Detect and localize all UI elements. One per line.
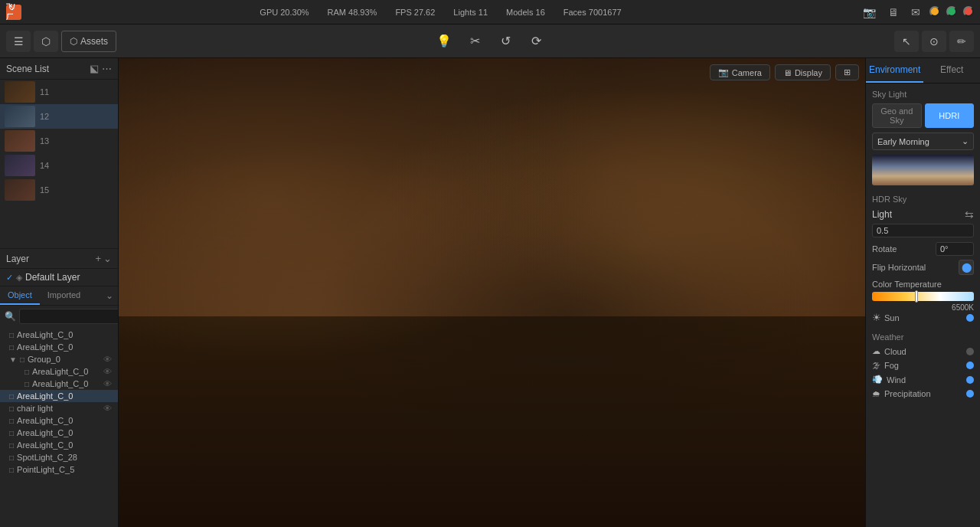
tab-environment[interactable]: Environment [866,58,923,83]
light-tool-button[interactable]: 💡 [432,31,456,52]
geo-sky-button[interactable]: Geo and Sky [872,103,922,128]
list-item[interactable]: □ AreaLight_C_0 👁 [0,378,118,390]
thumb-number: 13 [40,136,49,146]
sky-preset-select[interactable]: Early Morning ⌄ [872,133,974,150]
precipitation-toggle-dot[interactable] [966,390,974,398]
right-panel-tabs: Environment Effect [866,58,980,83]
right-panel: Environment Effect Sky Light Geo and Sky… [865,58,980,527]
sun-toggle-dot[interactable] [966,314,974,322]
object-tabs: Object Imported ⌄ [0,286,118,306]
camera-icon: 📷 [718,67,729,77]
main-layout: Scene List ⬕ ⋯ 11 12 13 14 [0,58,980,527]
viewport-mode-button[interactable]: ⊞ [835,64,859,80]
fog-toggle-dot[interactable] [966,362,974,369]
obj-tab-collapse[interactable]: ⌄ [101,286,118,305]
scene-thumb-item[interactable]: 14 [0,153,118,178]
cloud-label: Cloud [884,347,906,356]
obj-item-label: AreaLight_C_0 [17,391,73,401]
obj-cube-icon: □ [24,380,29,388]
layer-add-icon[interactable]: + [95,253,101,264]
visibility-icon[interactable]: 👁 [103,355,112,364]
restore-button[interactable] [946,6,957,17]
orbit-tool-button[interactable]: ⊙ [922,31,946,52]
faces-stat: Faces 7001677 [564,8,622,17]
list-item-group[interactable]: ▼ □ Group_0 👁 [0,353,118,365]
tab-effect[interactable]: Effect [923,58,980,83]
light-adjust-icon[interactable]: ⇆ [965,208,974,221]
tab-imported[interactable]: Imported [40,286,88,305]
flip-horizontal-toggle[interactable]: ⬤ [959,260,974,275]
thumb-image [5,130,35,152]
list-item-active[interactable]: □ AreaLight_C_0 [0,390,118,402]
light-value-input[interactable] [872,224,974,237]
fog-icon: 🌫 [872,361,880,370]
screen-icon[interactable]: 🖥 [885,6,902,18]
list-item[interactable]: □ AreaLight_C_0 [0,427,118,439]
wind-row: 💨 Wind [872,375,974,385]
list-item[interactable]: □ SpotLight_C_28 [0,451,118,463]
layer-collapse-icon[interactable]: ⌄ [103,253,112,264]
light-label: Light [872,209,892,220]
scene-list-title: Scene List [6,64,49,74]
transform-tool-button[interactable]: ✂ [462,31,487,52]
scene-thumb-item[interactable]: 15 [0,178,118,202]
wind-toggle-dot[interactable] [966,376,974,384]
flip-horizontal-row: Flip Horizontal ⬤ [872,260,974,275]
viewport[interactable]: 📷 Camera 🖥 Display ⊞ [119,58,865,527]
close-button[interactable] [963,6,974,17]
wind-label: Wind [887,375,906,385]
hdri-button[interactable]: HDRI [925,103,975,128]
scene-thumb-item-active[interactable]: 12 [0,104,118,129]
cloud-label-group: ☁ Cloud [872,346,906,356]
pen-tool-button[interactable]: ✏ [949,31,974,52]
refresh-tool-button[interactable]: ⟳ [524,31,548,52]
menu-button[interactable]: ☰ [6,31,31,52]
camera-button[interactable]: 📷 Camera [710,64,770,80]
scene-list-more-icon[interactable]: ⋯ [102,63,112,74]
obj-item-label: AreaLight_C_0 [32,379,88,388]
list-item[interactable]: □ AreaLight_C_0 [0,341,118,353]
scene-lighting [119,58,865,527]
rotate-tool-button[interactable]: ↺ [493,31,518,52]
weather-title: Weather [872,332,974,342]
color-temp-bar[interactable] [872,292,974,301]
layer-title: Layer [6,254,29,264]
thumb-number: 15 [40,185,49,195]
scene-thumb-item[interactable]: 13 [0,129,118,153]
select-tool-button[interactable]: ↖ [894,31,919,52]
list-item[interactable]: □ PointLight_C_5 [0,463,118,476]
color-temp-label: Color Temperature [872,280,974,289]
list-item[interactable]: □ chair light 👁 [0,402,118,414]
hdr-sky-title: HDR Sky [872,195,974,204]
obj-cube-icon: □ [9,453,14,462]
list-item[interactable]: □ AreaLight_C_0 👁 [0,365,118,378]
tab-object[interactable]: Object [0,286,40,305]
visibility-icon[interactable]: 👁 [103,404,112,413]
color-temp-section: Color Temperature 6500K [872,280,974,312]
fog-label-group: 🌫 Fog [872,361,899,370]
scene-list-add-icon[interactable]: ⬕ [90,63,99,74]
minimize-button[interactable] [929,6,940,17]
sky-preset-value: Early Morning [877,137,929,146]
thumb-number: 11 [40,87,49,97]
toggle-icon: ⬤ [962,262,972,273]
obj-cube-icon: □ [24,368,29,376]
assets-button[interactable]: ⬡ Assets [61,31,116,52]
visibility-icon[interactable]: 👁 [103,367,112,376]
toolbar-tools: 💡 ✂ ↺ ⟳ [432,31,548,52]
message-icon[interactable]: ✉ [908,6,923,18]
scene-thumb-item[interactable]: 11 [0,80,118,104]
rotate-value-input[interactable] [936,242,974,256]
object-search-input[interactable] [19,309,118,324]
list-item[interactable]: □ AreaLight_C_0 [0,329,118,341]
camera-icon[interactable]: 📷 [860,6,879,18]
obj-item-label: AreaLight_C_0 [17,440,73,450]
new-button[interactable]: ⬡ [34,31,58,52]
precipitation-row: 🌧 Precipitation [872,389,974,398]
list-item[interactable]: □ AreaLight_C_0 [0,414,118,427]
layer-default[interactable]: ✓ ◈ Default Layer [0,269,118,286]
visibility-icon[interactable]: 👁 [103,379,112,388]
list-item[interactable]: □ AreaLight_C_0 [0,439,118,451]
cloud-toggle-dot[interactable] [966,348,974,355]
display-button[interactable]: 🖥 Display [775,64,831,80]
